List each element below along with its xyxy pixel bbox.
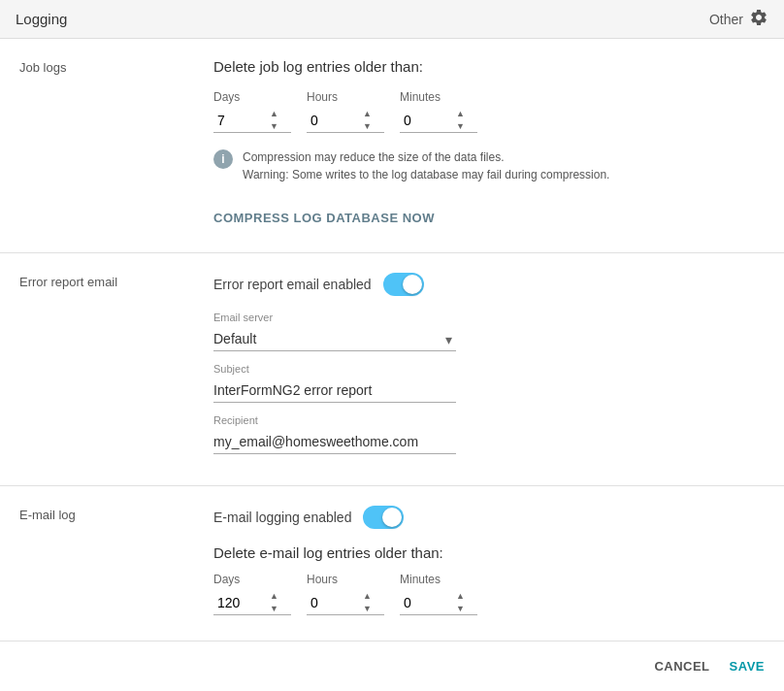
- minutes-input[interactable]: [400, 109, 453, 132]
- email-log-delete-title: Delete e-mail log entries older than:: [213, 544, 765, 561]
- compress-btn[interactable]: COMPRESS LOG DATABASE NOW: [213, 203, 435, 233]
- email-minutes-up-btn[interactable]: ▲: [453, 590, 468, 603]
- save-button[interactable]: SAVE: [730, 659, 765, 674]
- job-logs-label: Job logs: [0, 58, 213, 233]
- other-menu[interactable]: Other: [709, 8, 768, 30]
- days-spinner-group: Days ▲ ▼: [213, 90, 291, 133]
- days-down-btn[interactable]: ▼: [267, 120, 281, 133]
- email-log-toggle-label: E-mail logging enabled: [213, 510, 351, 525]
- hours-up-btn[interactable]: ▲: [360, 108, 375, 120]
- recipient-group: Recipient: [213, 414, 765, 454]
- email-hours-input[interactable]: [307, 591, 360, 614]
- content: Job logs Delete job log entries older th…: [0, 39, 784, 641]
- info-line1: Compression may reduce the size of the d…: [243, 148, 609, 166]
- subject-input[interactable]: [213, 378, 456, 403]
- error-report-toggle-row: Error report email enabled: [213, 273, 765, 296]
- job-logs-section: Job logs Delete job log entries older th…: [0, 39, 784, 253]
- days-label: Days: [213, 90, 291, 104]
- email-days-spinner-buttons: ▲ ▼: [267, 590, 281, 614]
- footer: CANCEL SAVE: [0, 641, 784, 691]
- days-up-btn[interactable]: ▲: [267, 108, 281, 120]
- job-logs-spinners: Days ▲ ▼ Hours ▲: [213, 90, 765, 133]
- email-log-section: E-mail log E-mail logging enabled Delete…: [0, 486, 784, 641]
- info-line2: Warning: Some writes to the log database…: [243, 166, 609, 183]
- minutes-spinner-group: Minutes ▲ ▼: [400, 90, 477, 133]
- subject-group: Subject: [213, 363, 765, 403]
- email-server-group: Email server Default Custom: [213, 312, 765, 351]
- minutes-up-btn[interactable]: ▲: [453, 108, 468, 120]
- gear-icon: [749, 8, 768, 30]
- email-minutes-spinner-buttons: ▲ ▼: [453, 590, 468, 614]
- page-title: Logging: [16, 11, 67, 27]
- hours-down-btn[interactable]: ▼: [360, 120, 375, 133]
- email-minutes-input[interactable]: [400, 591, 453, 614]
- email-minutes-label: Minutes: [400, 573, 477, 586]
- minutes-down-btn[interactable]: ▼: [453, 120, 468, 133]
- minutes-input-wrap: ▲ ▼: [400, 108, 477, 133]
- email-server-select[interactable]: Default Custom: [213, 327, 456, 351]
- email-log-label: E-mail log: [0, 506, 213, 631]
- email-hours-spinner-group: Hours ▲ ▼: [307, 573, 384, 615]
- job-logs-title: Delete job log entries older than:: [213, 58, 765, 75]
- email-days-label: Days: [213, 573, 291, 586]
- email-days-input[interactable]: [213, 591, 267, 614]
- subject-label: Subject: [213, 363, 765, 375]
- hours-label: Hours: [307, 90, 384, 104]
- error-report-toggle[interactable]: [383, 273, 424, 296]
- email-log-toggle[interactable]: [363, 506, 404, 529]
- hours-input-wrap: ▲ ▼: [307, 108, 384, 133]
- email-hours-up-btn[interactable]: ▲: [360, 590, 375, 603]
- email-hours-down-btn[interactable]: ▼: [360, 603, 375, 615]
- email-server-select-wrap: Default Custom: [213, 327, 456, 351]
- email-server-label: Email server: [213, 312, 765, 323]
- job-logs-content: Delete job log entries older than: Days …: [213, 58, 784, 233]
- info-box: i Compression may reduce the size of the…: [213, 148, 765, 183]
- minutes-label: Minutes: [400, 90, 477, 104]
- email-minutes-spinner-group: Minutes ▲ ▼: [400, 573, 477, 615]
- other-label: Other: [709, 12, 743, 27]
- error-report-section: Error report email Error report email en…: [0, 253, 784, 486]
- recipient-input[interactable]: [213, 430, 456, 454]
- email-log-content: E-mail logging enabled Delete e-mail log…: [213, 506, 784, 631]
- email-log-toggle-row: E-mail logging enabled: [213, 506, 765, 529]
- email-minutes-input-wrap: ▲ ▼: [400, 590, 477, 615]
- hours-spinner-buttons: ▲ ▼: [360, 108, 375, 132]
- email-days-input-wrap: ▲ ▼: [213, 590, 291, 615]
- email-minutes-down-btn[interactable]: ▼: [453, 603, 468, 615]
- toggle-thumb: [403, 275, 422, 294]
- email-hours-input-wrap: ▲ ▼: [307, 590, 384, 615]
- hours-input[interactable]: [307, 109, 360, 132]
- info-icon: i: [213, 149, 233, 169]
- error-report-content: Error report email enabled Email server …: [213, 273, 784, 466]
- minutes-spinner-buttons: ▲ ▼: [453, 108, 468, 132]
- email-hours-spinner-buttons: ▲ ▼: [360, 590, 375, 614]
- email-days-up-btn[interactable]: ▲: [267, 590, 281, 603]
- hours-spinner-group: Hours ▲ ▼: [307, 90, 384, 133]
- days-input-wrap: ▲ ▼: [213, 108, 291, 133]
- recipient-label: Recipient: [213, 414, 765, 426]
- days-spinner-buttons: ▲ ▼: [267, 108, 281, 132]
- email-days-down-btn[interactable]: ▼: [267, 603, 281, 615]
- error-report-label: Error report email: [0, 273, 213, 466]
- cancel-button[interactable]: CANCEL: [654, 659, 709, 674]
- email-log-spinners: Days ▲ ▼ Hours ▲: [213, 573, 765, 615]
- info-text: Compression may reduce the size of the d…: [243, 148, 609, 183]
- days-input[interactable]: [213, 109, 267, 132]
- header: Logging Other: [0, 0, 784, 39]
- email-days-spinner-group: Days ▲ ▼: [213, 573, 291, 615]
- error-report-toggle-label: Error report email enabled: [213, 277, 372, 292]
- email-hours-label: Hours: [307, 573, 384, 586]
